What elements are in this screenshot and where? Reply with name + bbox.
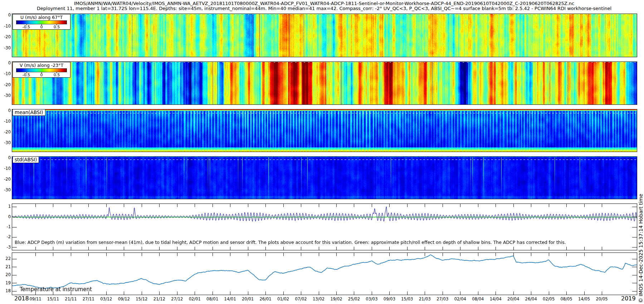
x-tick-label: 20/05 <box>596 296 608 301</box>
y-tick-label: 0 <box>0 156 11 160</box>
panel-mean-absi: mean(ABSI) <box>12 109 637 152</box>
panel-std-absi: std(ABSI) <box>12 156 637 199</box>
y-tick-label: 18 <box>0 289 11 293</box>
x-tick-label: 25/02 <box>348 296 360 301</box>
colorbar-tick-label: 0 <box>40 73 43 77</box>
y-tick-label: -30 <box>0 46 11 50</box>
y-tick-label: 0 <box>0 108 11 113</box>
u-legend-title: U (m/s) along 67°T <box>13 15 70 20</box>
y-tick-label: -10 <box>0 72 11 76</box>
x-tick-label: 26/04 <box>525 296 537 301</box>
y-tick-label: 21 <box>0 265 11 269</box>
y-tick-label: 20 <box>0 273 11 277</box>
x-tick-label: 08/04 <box>472 296 484 301</box>
x-tick-label: 21/03 <box>419 296 431 301</box>
mean-absi-label: mean(ABSI) <box>13 109 45 116</box>
x-tick-label: 15/11 <box>47 296 59 301</box>
y-tick-label: 0 <box>0 61 11 65</box>
x-tick-label: 15/03 <box>401 296 413 301</box>
x-tick-label: 27/12 <box>171 296 183 301</box>
imos-copyright-watermark: © IMOS 14-Dec-2025 15:37:14 Hobart time <box>638 194 644 303</box>
x-tick-label: 09/03 <box>384 296 395 301</box>
temperature-label: Temperature at instrument <box>20 286 92 293</box>
x-tick-label: 27/03 <box>436 296 448 301</box>
x-tick-label: 02/01 <box>189 296 201 301</box>
y-tick-label: -3 <box>0 245 11 250</box>
u-colorbar-ticks: -0.5 0 0.5 <box>16 24 67 29</box>
x-tick-label: 07/02 <box>295 296 307 301</box>
y-tick-label: -30 <box>0 93 11 98</box>
panel-u-velocity: U (m/s) along 67°T -0.5 0 0.5 <box>12 14 637 57</box>
figure-title-line1: IMOS/ANMN/WA/WATR04/Velocity/IMOS_ANMN-W… <box>9 1 639 6</box>
x-tick-label: 08/05 <box>561 296 572 301</box>
x-tick-label: 26/01 <box>260 296 272 301</box>
x-tick-label: 01/02 <box>277 296 289 301</box>
panel-v-velocity: V (m/s) along -23°T -0.5 0 0.5 <box>12 62 637 105</box>
temperature-plot <box>12 252 637 295</box>
y-tick-label: 1 <box>0 204 11 209</box>
x-tick-label: 03/12 <box>100 296 112 301</box>
x-tick-label: 09/11 <box>29 296 41 301</box>
panel-depth-variation: Blue: ADCP Depth (m) variation from sens… <box>12 204 637 250</box>
std-absi-label: std(ABSI) <box>13 156 39 163</box>
x-axis-end-year: 2019 <box>621 295 636 302</box>
mean-absi-heatmap <box>12 109 637 152</box>
x-tick-label: 09/12 <box>118 296 130 301</box>
x-tick-label: 27/11 <box>83 296 94 301</box>
u-velocity-heatmap <box>12 14 637 57</box>
u-colorbar-legend: U (m/s) along 67°T -0.5 0 0.5 <box>13 14 70 30</box>
depth-variation-annotation: Blue: ADCP Depth (m) variation from sens… <box>15 240 566 245</box>
x-tick-label: 02/04 <box>454 296 466 301</box>
std-absi-heatmap <box>12 156 637 199</box>
x-tick-label: 20/04 <box>507 296 519 301</box>
x-tick-label: 14/01 <box>224 296 236 301</box>
panel-temperature: Temperature at instrument <box>12 252 637 295</box>
y-tick-label: 0 <box>0 13 11 18</box>
x-tick-label: 14/04 <box>490 296 502 301</box>
x-tick-label: 02/05 <box>543 296 555 301</box>
y-tick-label: -20 <box>0 130 11 134</box>
adcp-figure: IMOS/ANMN/WA/WATR04/Velocity/IMOS_ANMN-W… <box>0 0 644 304</box>
x-tick-label: 13/02 <box>313 296 325 301</box>
x-axis-start-year: 2018 <box>14 295 29 302</box>
x-tick-label: 20/01 <box>242 296 254 301</box>
y-tick-label: -2 <box>0 235 11 239</box>
x-tick-label: 21/11 <box>65 296 77 301</box>
y-tick-label: -1 <box>0 225 11 229</box>
y-tick-label: -10 <box>0 24 11 29</box>
v-velocity-heatmap <box>12 62 637 105</box>
colorbar-tick-label: 0 <box>40 25 43 29</box>
v-legend-title: V (m/s) along -23°T <box>13 63 70 68</box>
v-colorbar-ticks: -0.5 0 0.5 <box>16 72 67 77</box>
y-tick-label: 22 <box>0 256 11 261</box>
colorbar-tick-label: -0.5 <box>23 25 30 29</box>
x-tick-label: 08/01 <box>206 296 218 301</box>
y-tick-label: -30 <box>0 188 11 192</box>
y-tick-label: -10 <box>0 166 11 171</box>
y-tick-label: 0 <box>0 215 11 219</box>
colorbar-tick-label: 0.5 <box>54 73 60 77</box>
x-tick-label: 15/12 <box>136 296 147 301</box>
figure-title-line2: Deployment 11, member 1 lat=31.72S lon=1… <box>9 6 639 11</box>
y-tick-label: -30 <box>0 141 11 145</box>
y-tick-label: -10 <box>0 119 11 124</box>
x-tick-label: 19/02 <box>330 296 342 301</box>
x-tick-label: 21/12 <box>153 296 165 301</box>
colorbar-tick-label: -0.5 <box>23 73 30 77</box>
y-tick-label: -20 <box>0 177 11 182</box>
y-tick-label: -20 <box>0 35 11 39</box>
jet-colorbar <box>16 20 67 24</box>
v-colorbar-legend: V (m/s) along -23°T -0.5 0 0.5 <box>13 62 70 78</box>
y-tick-label: 19 <box>0 281 11 285</box>
colorbar-tick-label: 0.5 <box>54 25 60 29</box>
y-tick-label: -20 <box>0 83 11 87</box>
jet-colorbar <box>16 68 67 72</box>
x-tick-label: 14/05 <box>578 296 590 301</box>
x-tick-label: 03/03 <box>366 296 377 301</box>
